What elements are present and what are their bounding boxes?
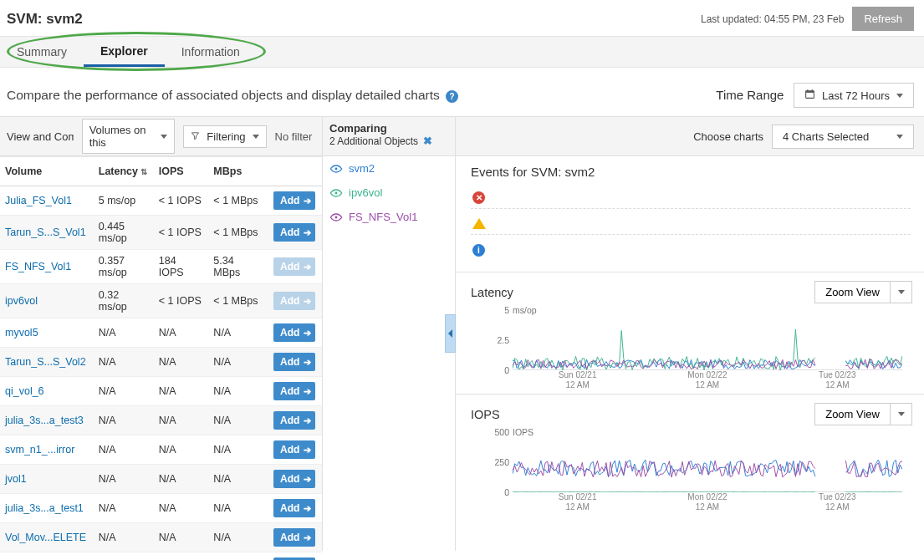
col-iops[interactable]: IOPS: [154, 157, 209, 186]
col-latency[interactable]: Latency: [94, 157, 154, 186]
volume-link[interactable]: Tarun_S...S_Vol1: [5, 227, 86, 238]
cell-mbps: N/A: [208, 523, 268, 552]
volume-link[interactable]: svm_n1_...irror: [5, 444, 74, 456]
tab-explorer[interactable]: Explorer: [84, 37, 165, 67]
tab-summary[interactable]: Summary: [0, 37, 84, 67]
eye-icon[interactable]: [329, 212, 343, 222]
zoom-more-button[interactable]: [891, 281, 912, 303]
comparing-title: Comparing: [329, 122, 448, 135]
y-tick: 500: [494, 427, 509, 437]
volume-link[interactable]: Tarun_S...S_Vol2: [5, 356, 86, 368]
y-tick: 2.5: [497, 335, 509, 345]
chart-title: IOPS: [471, 408, 500, 421]
comparing-item[interactable]: svm2: [323, 156, 455, 181]
cell-mbps: N/A: [208, 348, 268, 377]
chart-plot[interactable]: [513, 432, 902, 492]
add-button: Add: [273, 292, 315, 310]
chevron-down-icon: [898, 290, 905, 294]
volume-link[interactable]: qi_vol_6: [5, 385, 44, 397]
cell-mbps: N/A: [208, 377, 268, 406]
add-button[interactable]: Add: [273, 223, 315, 242]
cell-iops: N/A: [154, 377, 209, 406]
table-row: Vol_Mov...ELETEN/AN/AN/AAdd: [0, 523, 322, 552]
col-volume[interactable]: Volume: [0, 157, 94, 186]
col-mbps[interactable]: MBps: [208, 157, 268, 186]
refresh-button[interactable]: Refresh: [852, 7, 914, 31]
add-button[interactable]: Add: [273, 499, 315, 517]
cell-mbps: N/A: [208, 465, 268, 494]
comparing-item-name[interactable]: FS_NFS_Vol1: [349, 211, 417, 223]
filter-icon: [191, 130, 200, 143]
chevron-down-icon: [896, 94, 903, 98]
cell-latency: 0.32 ms/op: [94, 284, 154, 318]
cell-latency: N/A: [94, 494, 154, 523]
add-button[interactable]: Add: [273, 528, 315, 547]
comparing-item-name[interactable]: ipv6vol: [349, 186, 382, 199]
table-row: Tarun_S...S_Vol10.445 ms/op< 1 IOPS< 1 M…: [0, 216, 322, 250]
cell-iops: < 1 IOPS: [154, 186, 209, 216]
add-button[interactable]: Add: [273, 411, 315, 430]
help-icon[interactable]: ?: [446, 90, 458, 103]
add-button[interactable]: Add: [273, 323, 315, 342]
table-row: julia_3s...a_test1N/AN/AN/AAdd: [0, 494, 322, 523]
cell-iops: < 1 IOPS: [154, 284, 209, 318]
svg-rect-1: [806, 91, 814, 93]
comparing-item-name[interactable]: svm2: [349, 162, 375, 175]
x-tick: Tue 02/2312 AM: [773, 492, 902, 511]
col-add: [268, 157, 322, 186]
last-updated-label: Last updated: 04:55 PM, 23 Feb: [701, 13, 844, 25]
info-icon: i: [472, 244, 485, 257]
volume-link[interactable]: julia_3s...a_test3: [5, 415, 84, 426]
cell-mbps: < 1 MBps: [208, 216, 268, 250]
volume-link[interactable]: ipv6vol: [5, 295, 38, 307]
cell-mbps: N/A: [208, 406, 268, 435]
clear-comparing-icon[interactable]: ✖: [423, 135, 432, 147]
volume-link[interactable]: FS_NFS_Vol1: [5, 261, 71, 272]
svg-point-6: [335, 216, 338, 218]
volume-link[interactable]: Julia_FS_Vol1: [5, 195, 72, 206]
time-range-value: Last 72 Hours: [822, 89, 890, 102]
chevron-down-icon: [896, 135, 903, 139]
cell-latency: N/A: [94, 406, 154, 435]
add-button[interactable]: Add: [273, 470, 315, 488]
comparing-item[interactable]: ipv6vol: [323, 181, 455, 205]
chevron-down-icon: [253, 135, 259, 139]
volume-link[interactable]: Vol_Mov...ELETE: [5, 532, 86, 543]
volume-link[interactable]: myvol5: [5, 327, 38, 339]
add-button[interactable]: Add: [273, 382, 315, 400]
eye-icon[interactable]: [329, 188, 343, 198]
cell-iops: N/A: [154, 318, 209, 348]
y-tick: 250: [494, 457, 509, 467]
cell-latency: N/A: [94, 552, 154, 561]
zoom-view-button[interactable]: Zoom View: [814, 403, 891, 425]
x-tick: Sun 02/2112 AM: [513, 492, 642, 511]
events-row-warning: [471, 213, 911, 235]
cell-latency: N/A: [94, 465, 154, 494]
svg-point-4: [335, 167, 338, 170]
time-range-selector[interactable]: Last 72 Hours: [794, 83, 914, 108]
charts-selector[interactable]: 4 Charts Selected: [772, 125, 914, 149]
add-button[interactable]: Add: [273, 353, 315, 371]
filtering-button[interactable]: Filtering: [183, 125, 266, 148]
volume-link[interactable]: jvol1: [5, 473, 27, 485]
add-button[interactable]: Add: [273, 440, 315, 459]
eye-icon[interactable]: [329, 164, 343, 174]
cell-iops: N/A: [154, 435, 209, 465]
view-selector[interactable]: Volumes on this: [82, 119, 176, 154]
chart-section: LatencyZoom Viewms/op02.55Sun 02/2112 AM…: [456, 272, 924, 394]
zoom-view-button[interactable]: Zoom View: [814, 281, 891, 303]
cell-mbps: N/A: [208, 318, 268, 348]
add-button[interactable]: Add: [273, 191, 315, 210]
zoom-more-button[interactable]: [891, 403, 912, 425]
chart-section: IOPSZoom ViewIOPS0250500Sun 02/2112 AMMo…: [456, 394, 924, 516]
tab-information[interactable]: Information: [165, 37, 257, 67]
comparing-item[interactable]: FS_NFS_Vol1: [323, 205, 455, 229]
cell-iops: N/A: [154, 552, 209, 561]
cell-mbps: N/A: [208, 435, 268, 465]
chart-plot[interactable]: [513, 310, 902, 370]
time-range-label: Time Range: [716, 88, 784, 102]
collapse-handle[interactable]: [445, 314, 456, 353]
cell-mbps: N/A: [208, 494, 268, 523]
cell-latency: N/A: [94, 348, 154, 377]
volume-link[interactable]: julia_3s...a_test1: [5, 502, 84, 514]
